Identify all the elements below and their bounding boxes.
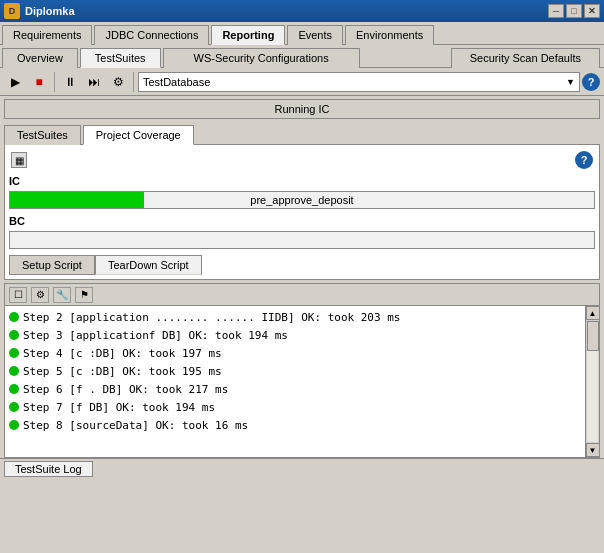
main-tab-bar: Requirements JDBC Connections Reporting … — [0, 22, 604, 45]
script-tab-bar: Setup Script TearDown Script — [9, 255, 595, 275]
setup-script-tab[interactable]: Setup Script — [9, 255, 95, 275]
status-dot — [9, 330, 19, 340]
options-button[interactable]: ⚙ — [107, 71, 129, 93]
lower-toolbar: ☐ ⚙ 🔧 ⚑ — [5, 284, 599, 306]
play-button[interactable]: ▶ — [4, 71, 26, 93]
lower-settings-btn[interactable]: ⚙ — [31, 287, 49, 303]
step-button[interactable]: ⏭ — [83, 71, 105, 93]
log-text: Step 6 [f . DB] OK: took 217 ms — [23, 383, 228, 396]
tab-testsuites[interactable]: TestSuites — [4, 125, 81, 145]
separator-1 — [54, 72, 55, 92]
ic-progress-text: pre_approve_deposit — [10, 194, 594, 206]
log-text: Step 7 [f DB] OK: took 194 ms — [23, 401, 215, 414]
log-row: Step 2 [application ........ ...... IIDB… — [9, 308, 581, 326]
log-row: Step 7 [f DB] OK: took 194 ms — [9, 398, 581, 416]
combo-arrow: ▼ — [566, 77, 575, 87]
toolbar: ▶ ■ ⏸ ⏭ ⚙ TestDatabase ▼ ? — [0, 68, 604, 96]
log-area: Step 2 [application ........ ...... IIDB… — [5, 306, 599, 457]
title-bar: D Diplomka ─ □ ✕ — [0, 0, 604, 22]
log-text: Step 2 [application ........ ...... IIDB… — [23, 311, 401, 324]
bc-label: BC — [9, 213, 595, 229]
log-scrollbar[interactable]: ▲ ▼ — [585, 306, 599, 457]
running-status: Running IC — [4, 99, 600, 119]
scroll-up-btn[interactable]: ▲ — [586, 306, 600, 320]
tab-project-coverage[interactable]: Project Coverage — [83, 125, 194, 145]
app-title: Diplomka — [25, 5, 548, 17]
lower-panel: ☐ ⚙ 🔧 ⚑ Step 2 [application ........ ...… — [4, 283, 600, 458]
ic-label: IC — [9, 173, 595, 189]
log-row: Step 6 [f . DB] OK: took 217 ms — [9, 380, 581, 398]
coverage-header: ▦ ? — [9, 149, 595, 173]
bc-progress-row — [9, 231, 595, 249]
subtab-testsuites[interactable]: TestSuites — [80, 48, 161, 68]
tab-reporting[interactable]: Reporting — [211, 25, 285, 45]
lower-wrench-btn[interactable]: 🔧 — [53, 287, 71, 303]
help-button[interactable]: ? — [582, 73, 600, 91]
log-row: Step 4 [c :DB] OK: took 197 ms — [9, 344, 581, 362]
coverage-help-button[interactable]: ? — [575, 151, 593, 169]
lower-flag-btn[interactable]: ⚑ — [75, 287, 93, 303]
log-row: Step 5 [c :DB] OK: took 195 ms — [9, 362, 581, 380]
subtab-overview[interactable]: Overview — [2, 48, 78, 68]
status-dot — [9, 312, 19, 322]
teardown-script-tab[interactable]: TearDown Script — [95, 255, 202, 275]
inner-tab-bar: TestSuites Project Coverage — [0, 122, 604, 144]
scroll-down-btn[interactable]: ▼ — [586, 443, 600, 457]
log-text: Step 3 [applicationf DB] OK: took 194 ms — [23, 329, 288, 342]
pause-button[interactable]: ⏸ — [59, 71, 81, 93]
ic-progress-row: pre_approve_deposit — [9, 191, 595, 209]
tab-environments[interactable]: Environments — [345, 25, 434, 45]
log-content[interactable]: Step 2 [application ........ ...... IIDB… — [5, 306, 585, 457]
test-database-combo[interactable]: TestDatabase ▼ — [138, 72, 580, 92]
status-dot — [9, 366, 19, 376]
log-row: Step 3 [applicationf DB] OK: took 194 ms — [9, 326, 581, 344]
ic-progress-bar: pre_approve_deposit — [9, 191, 595, 209]
combo-value: TestDatabase — [143, 76, 566, 88]
log-row: Step 8 [sourceData] OK: took 16 ms — [9, 416, 581, 434]
restore-button[interactable]: □ — [566, 4, 582, 18]
log-text: Step 8 [sourceData] OK: took 16 ms — [23, 419, 248, 432]
subtab-security-scan[interactable]: Security Scan Defaults — [451, 48, 600, 68]
tab-events[interactable]: Events — [287, 25, 343, 45]
testlog-tab[interactable]: TestSuite Log — [4, 461, 93, 477]
bc-progress-bar — [9, 231, 595, 249]
subtab-ws-security[interactable]: WS-Security Configurations — [163, 48, 360, 68]
status-dot — [9, 348, 19, 358]
scroll-thumb[interactable] — [587, 321, 599, 351]
scroll-track[interactable] — [586, 320, 599, 443]
tab-requirements[interactable]: Requirements — [2, 25, 92, 45]
window-controls[interactable]: ─ □ ✕ — [548, 4, 600, 18]
app-icon: D — [4, 3, 20, 19]
stop-button[interactable]: ■ — [28, 71, 50, 93]
grid-icon: ▦ — [11, 152, 27, 168]
lower-checkbox[interactable]: ☐ — [9, 287, 27, 303]
content-panel: ▦ ? IC pre_approve_deposit BC Setup Scri… — [4, 144, 600, 280]
close-button[interactable]: ✕ — [584, 4, 600, 18]
status-dot — [9, 384, 19, 394]
log-text: Step 5 [c :DB] OK: took 195 ms — [23, 365, 222, 378]
status-dot — [9, 402, 19, 412]
minimize-button[interactable]: ─ — [548, 4, 564, 18]
log-text: Step 4 [c :DB] OK: took 197 ms — [23, 347, 222, 360]
status-dot — [9, 420, 19, 430]
bottom-tab-bar: TestSuite Log — [0, 458, 604, 478]
tab-jdbc[interactable]: JDBC Connections — [94, 25, 209, 45]
sub-tab-bar: Overview TestSuites WS-Security Configur… — [0, 45, 604, 68]
separator-2 — [133, 72, 134, 92]
